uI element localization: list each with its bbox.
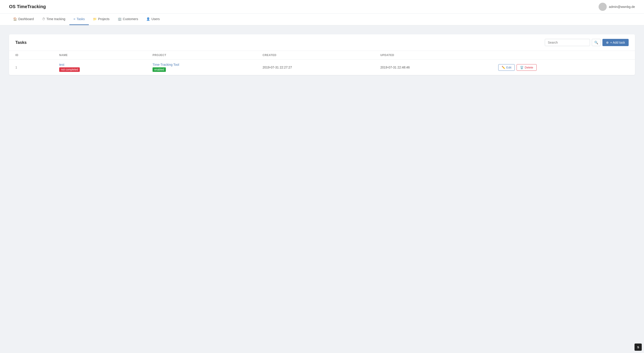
search-button[interactable]: 🔍 (592, 39, 600, 46)
main-nav: 🏠 Dashboard ⏱ Time tracking ≡ Tasks 📁 Pr… (0, 14, 644, 25)
status-badge: not completed (59, 67, 80, 72)
user-info: admin@wwnbg.de (598, 3, 635, 11)
task-name-link[interactable]: test (59, 63, 140, 66)
tasks-card: Tasks 🔍 ⊕ + Add task ID NAME PROJECT C (9, 34, 635, 75)
nav-item-tasks[interactable]: ≡ Tasks (69, 14, 89, 25)
page-title: Tasks (15, 40, 27, 45)
cell-id: 1 (9, 60, 53, 75)
folder-icon: 📁 (93, 17, 97, 21)
cell-actions: ✏️ Edit 🗑️ Delete (492, 60, 635, 75)
col-updated: UPDATED (374, 51, 492, 60)
home-icon: 🏠 (13, 17, 17, 21)
nav-item-dashboard[interactable]: 🏠 Dashboard (9, 14, 38, 25)
nav-label-projects: Projects (98, 17, 110, 21)
layers-icon: ≡ (74, 17, 75, 21)
nav-item-time-tracking[interactable]: ⏱ Time tracking (38, 14, 70, 25)
col-actions (492, 51, 635, 60)
edit-icon: ✏️ (502, 66, 505, 69)
edit-button[interactable]: ✏️ Edit (498, 64, 515, 71)
nav-item-customers[interactable]: 🏢 Customers (114, 14, 142, 25)
trash-icon: 🗑️ (520, 66, 524, 69)
nav-item-projects[interactable]: 📁 Projects (89, 14, 114, 25)
nav-label-time-tracking: Time tracking (46, 17, 66, 21)
nav-label-dashboard: Dashboard (18, 17, 34, 21)
tasks-table: ID NAME PROJECT CREATED UPDATED 1 test n… (9, 51, 635, 75)
cell-created: 2019-07-31 22:27:27 (256, 60, 374, 75)
cell-updated: 2019-07-31 22:48:46 (374, 60, 492, 75)
col-created: CREATED (256, 51, 374, 60)
col-id: ID (9, 51, 53, 60)
nav-label-users: Users (152, 17, 160, 21)
building-icon: 🏢 (118, 17, 122, 21)
search-icon: 🔍 (594, 41, 598, 44)
table-row: 1 test not completed Time-Tracking Tool … (9, 60, 635, 75)
header: OS TimeTracking admin@wwnbg.de (0, 0, 644, 14)
plus-icon: ⊕ (606, 41, 609, 44)
nav-label-tasks: Tasks (76, 17, 85, 21)
cell-name: test not completed (53, 60, 146, 75)
add-task-button[interactable]: ⊕ + Add task (602, 39, 629, 46)
card-header-actions: 🔍 ⊕ + Add task (545, 39, 629, 46)
app-title: OS TimeTracking (9, 4, 46, 9)
col-project: PROJECT (146, 51, 256, 60)
table-body: 1 test not completed Time-Tracking Tool … (9, 60, 635, 75)
search-input[interactable] (545, 39, 590, 46)
main-content: Tasks 🔍 ⊕ + Add task ID NAME PROJECT C (0, 25, 644, 84)
user-email: admin@wwnbg.de (609, 5, 635, 8)
nav-item-users[interactable]: 👤 Users (142, 14, 164, 25)
delete-button[interactable]: 🗑️ Delete (516, 64, 537, 71)
clock-icon: ⏱ (42, 17, 45, 21)
project-name-link[interactable]: Time-Tracking Tool (152, 63, 250, 66)
project-badge: enabled (152, 67, 166, 72)
user-icon: 👤 (146, 17, 150, 21)
table-head: ID NAME PROJECT CREATED UPDATED (9, 51, 635, 60)
avatar (598, 3, 607, 11)
card-header: Tasks 🔍 ⊕ + Add task (9, 34, 635, 51)
cell-project: Time-Tracking Tool enabled (146, 60, 256, 75)
col-name: NAME (53, 51, 146, 60)
nav-label-customers: Customers (123, 17, 138, 21)
